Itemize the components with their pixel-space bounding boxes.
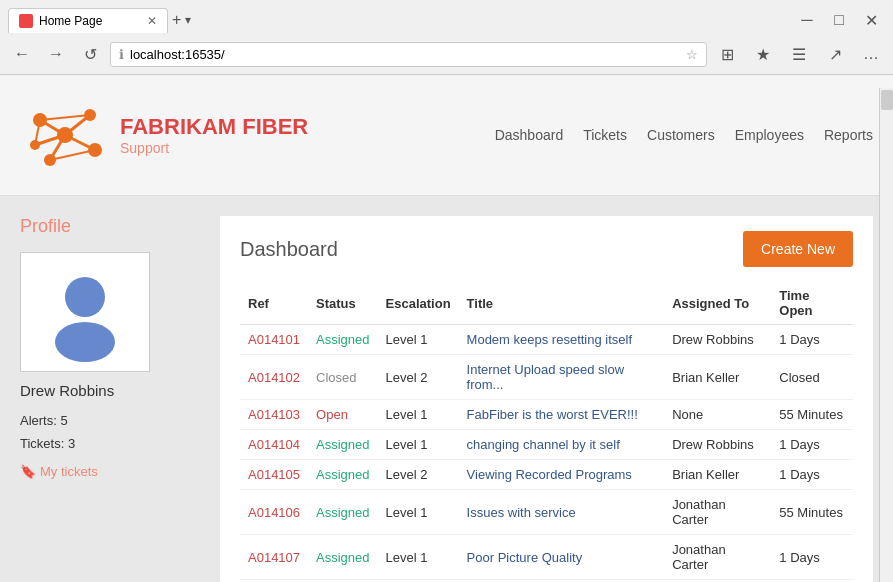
logo-icon bbox=[20, 90, 110, 180]
cell-time: 1 Days bbox=[771, 325, 853, 355]
status-badge: Open bbox=[316, 407, 348, 422]
dashboard-header: Dashboard Create New bbox=[240, 231, 853, 267]
col-ref: Ref bbox=[240, 282, 308, 325]
title-link[interactable]: FabFiber is the worst EVER!!! bbox=[467, 407, 638, 422]
forward-button[interactable]: → bbox=[42, 40, 70, 68]
ref-link[interactable]: A014102 bbox=[248, 370, 300, 385]
back-button[interactable]: ← bbox=[8, 40, 36, 68]
nav-employees[interactable]: Employees bbox=[735, 127, 804, 143]
cell-ref: A014101 bbox=[240, 325, 308, 355]
cell-ref: A014104 bbox=[240, 430, 308, 460]
cell-title: changing channel by it self bbox=[459, 430, 665, 460]
browser-tab[interactable]: Home Page ✕ bbox=[8, 8, 168, 33]
favorites-button[interactable]: ★ bbox=[749, 40, 777, 68]
nav-dashboard[interactable]: Dashboard bbox=[495, 127, 564, 143]
avatar-icon bbox=[35, 262, 135, 362]
cell-status: Assigned bbox=[308, 325, 377, 355]
brand-text: FABRIKAM FIBER Support bbox=[120, 114, 308, 156]
bookmark-icon-small: 🔖 bbox=[20, 464, 36, 479]
tab-close-icon[interactable]: ✕ bbox=[147, 14, 157, 28]
create-new-button[interactable]: Create New bbox=[743, 231, 853, 267]
cell-ref: A014103 bbox=[240, 400, 308, 430]
table-row: A014107 Assigned Level 1 Poor Picture Qu… bbox=[240, 535, 853, 580]
table-row: A014101 Assigned Level 1 Modem keeps res… bbox=[240, 325, 853, 355]
share-button[interactable]: ↗ bbox=[821, 40, 849, 68]
brand-sub: Support bbox=[120, 140, 308, 156]
new-tab-button[interactable]: + bbox=[172, 11, 181, 29]
maximize-button[interactable]: □ bbox=[825, 6, 853, 34]
ref-link[interactable]: A014103 bbox=[248, 407, 300, 422]
tab-favicon bbox=[19, 14, 33, 28]
title-link[interactable]: Poor Picture Quality bbox=[467, 550, 583, 565]
nav-reports[interactable]: Reports bbox=[824, 127, 873, 143]
cell-time: 55 Minutes bbox=[771, 400, 853, 430]
cell-ref: A014107 bbox=[240, 535, 308, 580]
profile-label: Profile bbox=[20, 216, 200, 237]
cell-time: 1 Days bbox=[771, 460, 853, 490]
dashboard-panel: Dashboard Create New Ref Status Escalati… bbox=[220, 216, 873, 582]
brand-name: FABRIKAM FIBER bbox=[120, 114, 308, 140]
alerts-row: Alerts: 5 bbox=[20, 409, 200, 432]
ref-link[interactable]: A014106 bbox=[248, 505, 300, 520]
tab-dropdown-button[interactable]: ▾ bbox=[185, 13, 191, 27]
cell-escalation: Level 2 bbox=[378, 460, 459, 490]
cell-time: 1 Days bbox=[771, 535, 853, 580]
cell-escalation: Level 1 bbox=[378, 400, 459, 430]
ref-link[interactable]: A014101 bbox=[248, 332, 300, 347]
address-bar[interactable]: ℹ ☆ bbox=[110, 42, 707, 67]
more-button[interactable]: … bbox=[857, 40, 885, 68]
user-stats: Alerts: 5 Tickets: 3 bbox=[20, 409, 200, 456]
nav-customers[interactable]: Customers bbox=[647, 127, 715, 143]
title-link[interactable]: Issues with service bbox=[467, 505, 576, 520]
cell-status: Assigned bbox=[308, 490, 377, 535]
lock-icon: ℹ bbox=[119, 47, 124, 62]
cell-time: 55 Minutes bbox=[771, 490, 853, 535]
status-badge: Assigned bbox=[316, 505, 369, 520]
close-button[interactable]: ✕ bbox=[857, 6, 885, 34]
title-link[interactable]: changing channel by it self bbox=[467, 437, 620, 452]
title-link[interactable]: Viewing Recorded Programs bbox=[467, 467, 632, 482]
reading-view-button[interactable]: ☰ bbox=[785, 40, 813, 68]
collections-button[interactable]: ⊞ bbox=[713, 40, 741, 68]
user-name: Drew Robbins bbox=[20, 382, 200, 399]
alerts-count: 5 bbox=[60, 413, 67, 428]
minimize-button[interactable]: ─ bbox=[793, 6, 821, 34]
cell-escalation: Level 1 bbox=[378, 430, 459, 460]
scrollbar-track[interactable] bbox=[879, 88, 893, 582]
tickets-row: Tickets: 3 bbox=[20, 432, 200, 455]
title-link[interactable]: Internet Upload speed slow from... bbox=[467, 362, 625, 392]
cell-title: Poor Picture Quality bbox=[459, 535, 665, 580]
ref-link[interactable]: A014104 bbox=[248, 437, 300, 452]
cell-status: Open bbox=[308, 400, 377, 430]
cell-status: Assigned bbox=[308, 430, 377, 460]
title-link[interactable]: Modem keeps resetting itself bbox=[467, 332, 632, 347]
my-tickets-link[interactable]: 🔖 My tickets bbox=[20, 464, 200, 479]
svg-line-8 bbox=[65, 135, 95, 150]
ref-link[interactable]: A014105 bbox=[248, 467, 300, 482]
tickets-table: Ref Status Escalation Title Assigned To … bbox=[240, 282, 853, 580]
url-input[interactable] bbox=[130, 47, 680, 62]
ref-link[interactable]: A014107 bbox=[248, 550, 300, 565]
cell-time: Closed bbox=[771, 355, 853, 400]
cell-ref: A014105 bbox=[240, 460, 308, 490]
col-status: Status bbox=[308, 282, 377, 325]
cell-assigned: Drew Robbins bbox=[664, 325, 771, 355]
cell-assigned: Jonathan Carter bbox=[664, 535, 771, 580]
cell-status: Closed bbox=[308, 355, 377, 400]
table-row: A014104 Assigned Level 1 changing channe… bbox=[240, 430, 853, 460]
col-title: Title bbox=[459, 282, 665, 325]
tickets-count: 3 bbox=[68, 436, 75, 451]
scrollbar-thumb[interactable] bbox=[881, 90, 893, 110]
svg-line-6 bbox=[40, 120, 65, 135]
tickets-label: Tickets: bbox=[20, 436, 64, 451]
refresh-button[interactable]: ↺ bbox=[76, 40, 104, 68]
cell-status: Assigned bbox=[308, 460, 377, 490]
nav-tickets[interactable]: Tickets bbox=[583, 127, 627, 143]
dashboard-title: Dashboard bbox=[240, 238, 338, 261]
svg-point-15 bbox=[55, 322, 115, 362]
cell-time: 1 Days bbox=[771, 430, 853, 460]
logo-area: FABRIKAM FIBER Support bbox=[20, 75, 308, 195]
cell-escalation: Level 1 bbox=[378, 490, 459, 535]
table-row: A014105 Assigned Level 2 Viewing Recorde… bbox=[240, 460, 853, 490]
sidebar: Profile Drew Robbins Alerts: 5 Tickets: bbox=[20, 216, 200, 582]
